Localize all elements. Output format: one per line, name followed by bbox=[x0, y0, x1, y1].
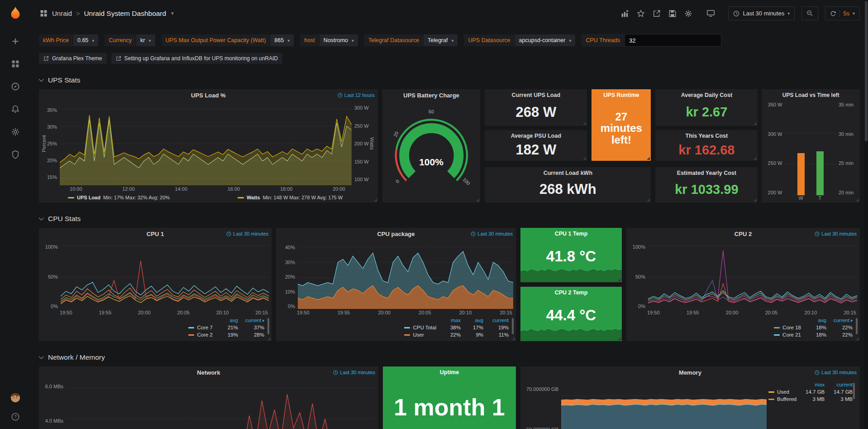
cpu-threads-input[interactable] bbox=[625, 34, 721, 47]
legend-col-current[interactable]: current bbox=[825, 382, 853, 387]
explore-compass-icon[interactable] bbox=[10, 82, 20, 92]
graph-legend: avg current▾ Core 7 21% 37% Core 2 19% 2… bbox=[39, 316, 272, 341]
legend-col-current[interactable]: current▾ bbox=[238, 318, 264, 323]
panel-title[interactable]: Network bbox=[197, 369, 220, 376]
chevron-down-icon[interactable]: ▾ bbox=[171, 10, 174, 16]
panel-title[interactable]: This Years Cost bbox=[655, 133, 758, 139]
dashboard-grid-icon[interactable] bbox=[39, 9, 48, 18]
legend-item-ups-load[interactable]: UPS Load Min: 17% Max: 32% Avg: 20% bbox=[68, 195, 170, 200]
panel-title[interactable]: CPU 1 Temp bbox=[520, 231, 622, 237]
var-value-dropdown[interactable]: Telegraf▾ bbox=[424, 34, 458, 46]
panel-title[interactable]: Current UPS Load bbox=[485, 92, 587, 98]
panel-title[interactable]: Uptime bbox=[383, 369, 516, 376]
legend-scrollbar[interactable] bbox=[856, 318, 858, 334]
legend-series-toggle[interactable]: Core 18 bbox=[774, 325, 801, 330]
page-scrollbar-thumb[interactable] bbox=[865, 1, 868, 141]
legend-col-avg[interactable]: avg bbox=[213, 318, 238, 323]
panel-title[interactable]: CPU 1 bbox=[147, 231, 164, 237]
panel-cpu2-temp: CPU 2 Temp 44.4 °C bbox=[520, 287, 622, 341]
star-icon[interactable] bbox=[636, 9, 645, 18]
panel-cpu2: CPU 2 Last 30 minutes 100%50%0% 19:5019:… bbox=[626, 228, 860, 341]
panel-title[interactable]: Estimated Yearly Cost bbox=[655, 170, 758, 176]
panel-ups-load: UPS Load % Last 12 hours Percent 35%30%2… bbox=[39, 89, 378, 202]
panel-title[interactable]: UPS Load % bbox=[191, 92, 226, 99]
row-header-cpu-stats[interactable]: CPU Stats bbox=[40, 214, 860, 223]
panel-title[interactable]: Average PSU Load bbox=[485, 133, 587, 139]
user-avatar[interactable] bbox=[10, 393, 20, 403]
add-panel-icon[interactable] bbox=[620, 9, 630, 18]
panel-title[interactable]: CPU 2 Temp bbox=[520, 289, 622, 296]
server-admin-shield-icon[interactable] bbox=[10, 149, 20, 159]
y-axis-ticks-right: 35 min30 min25 min20 min bbox=[836, 102, 857, 202]
panel-estimated-yearly-cost: Estimated Yearly Cost kr 1033.99 bbox=[655, 167, 758, 202]
plot-area[interactable] bbox=[298, 241, 513, 309]
plot-area[interactable] bbox=[66, 379, 376, 429]
series-swatch bbox=[404, 334, 410, 336]
var-value-dropdown[interactable]: Nostromo▾ bbox=[320, 34, 358, 46]
share-icon[interactable] bbox=[652, 9, 661, 18]
configuration-gear-icon[interactable] bbox=[10, 127, 20, 137]
time-picker-button[interactable]: Last 30 minutes ▾ bbox=[728, 6, 795, 20]
series-swatch bbox=[188, 334, 194, 336]
battery-gauge: 100% 0 20 50 100 bbox=[386, 102, 477, 200]
legend-scrollbar[interactable] bbox=[267, 318, 269, 334]
row-header-ups-stats[interactable]: UPS Stats bbox=[40, 76, 860, 85]
sidebar: ? bbox=[0, 0, 30, 429]
legend-series-toggle[interactable]: Core 2 bbox=[188, 332, 213, 337]
dashboard-settings-gear-icon[interactable] bbox=[684, 9, 693, 18]
legend-col-avg[interactable]: avg bbox=[801, 318, 826, 323]
legend-series-toggle[interactable]: Core 21 bbox=[774, 332, 801, 337]
legend-scrollbar[interactable] bbox=[512, 318, 514, 334]
bar-watts[interactable] bbox=[797, 153, 805, 195]
dashboard-title[interactable]: Unraid System Dashboard bbox=[84, 10, 166, 18]
help-icon[interactable]: ? bbox=[10, 412, 20, 422]
zoom-out-button[interactable] bbox=[801, 6, 818, 20]
bar-plot-area[interactable] bbox=[784, 102, 836, 195]
save-icon[interactable] bbox=[668, 9, 677, 18]
create-plus-icon[interactable] bbox=[10, 36, 20, 46]
bar-time-left[interactable] bbox=[816, 151, 824, 195]
legend-item-watts[interactable]: Watts Min: 148 W Max: 278 W Avg: 175 W bbox=[238, 195, 343, 200]
panel-title[interactable]: UPS Battery Charge bbox=[403, 92, 459, 99]
panel-title[interactable]: CPU package bbox=[377, 231, 415, 237]
gauge-scale-label: 50 bbox=[429, 109, 434, 115]
legend-series-toggle[interactable]: Core 7 bbox=[188, 325, 213, 330]
grafana-logo[interactable] bbox=[6, 5, 24, 23]
legend-series-toggle[interactable]: Used bbox=[768, 389, 796, 395]
panel-title[interactable]: CPU 2 bbox=[734, 231, 752, 237]
panel-time-badge: Last 30 minutes bbox=[226, 231, 268, 236]
legend-col-max[interactable]: max bbox=[436, 318, 461, 323]
link-ups-monitoring-guide[interactable]: Setting up Grafana and InfluxDB for UPS … bbox=[111, 53, 283, 64]
row-header-network-memory[interactable]: Network / Memory bbox=[40, 353, 860, 362]
var-value-dropdown[interactable]: apcupsd-container▾ bbox=[515, 34, 576, 46]
stat-value: 268 W bbox=[485, 98, 587, 126]
legend-col-current[interactable]: current bbox=[483, 318, 509, 323]
breadcrumb-folder[interactable]: Unraid bbox=[52, 10, 72, 17]
panel-title[interactable]: Current Load kWh bbox=[485, 170, 651, 176]
dashboards-icon[interactable] bbox=[10, 59, 20, 69]
legend-scrollbar[interactable] bbox=[853, 383, 855, 399]
var-value-dropdown[interactable]: 0.65▾ bbox=[73, 34, 98, 46]
legend-series-toggle[interactable]: CPU Total bbox=[404, 325, 436, 330]
legend-col-current[interactable]: current▾ bbox=[826, 318, 853, 323]
plot-area[interactable] bbox=[648, 241, 857, 309]
legend-col-max[interactable]: max bbox=[796, 382, 825, 387]
refresh-button[interactable]: 5s ▾ bbox=[825, 6, 860, 20]
legend-col-avg[interactable]: avg bbox=[461, 318, 483, 323]
link-grafana-plex-theme[interactable]: Grafana Plex Theme bbox=[39, 53, 107, 64]
panel-title[interactable]: Average Daily Cost bbox=[655, 92, 758, 98]
var-value-dropdown[interactable]: kr▾ bbox=[136, 34, 155, 46]
var-value-dropdown[interactable]: 865▾ bbox=[270, 34, 294, 46]
legend-series-toggle[interactable]: User bbox=[404, 332, 436, 337]
plot-area[interactable] bbox=[61, 241, 269, 309]
plot-area[interactable] bbox=[561, 379, 767, 429]
panel-current-load-kwh: Current Load kWh 268 kWh bbox=[485, 167, 651, 202]
series-swatch bbox=[768, 391, 774, 393]
panel-title[interactable]: Memory bbox=[679, 369, 701, 376]
panel-title[interactable]: UPS Load vs Time left bbox=[782, 92, 839, 98]
alerting-bell-icon[interactable] bbox=[10, 104, 20, 114]
panel-title[interactable]: UPS Runtime bbox=[591, 92, 651, 98]
cycle-view-monitor-icon[interactable] bbox=[706, 9, 715, 18]
legend-series-toggle[interactable]: Buffered bbox=[768, 396, 796, 402]
plot-area[interactable] bbox=[60, 102, 352, 185]
